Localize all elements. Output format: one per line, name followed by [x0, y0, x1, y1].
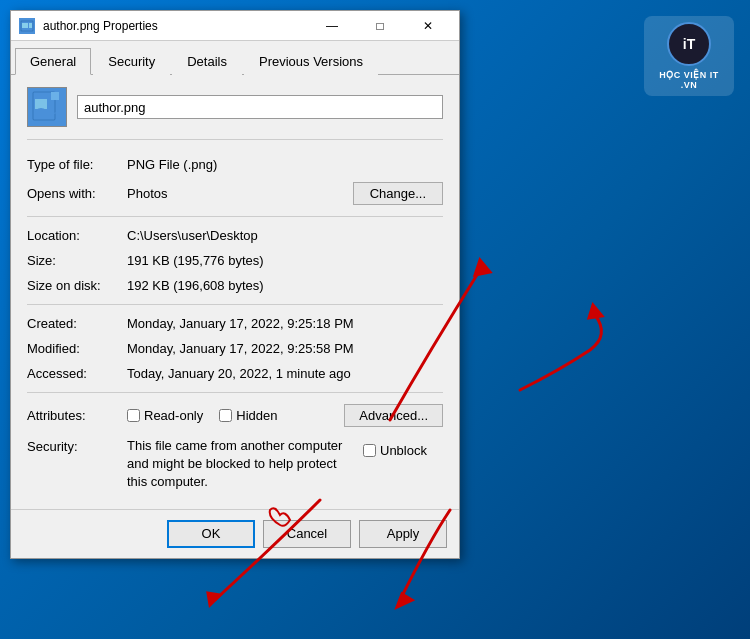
accessed-row: Accessed: Today, January 20, 2022, 1 min… [27, 361, 443, 386]
created-row: Created: Monday, January 17, 2022, 9:25:… [27, 311, 443, 336]
security-text: This file came from another computer and… [127, 437, 353, 492]
readonly-checkbox[interactable] [127, 409, 140, 422]
advanced-button[interactable]: Advanced... [344, 404, 443, 427]
created-value: Monday, January 17, 2022, 9:25:18 PM [127, 316, 443, 331]
attributes-label: Attributes: [27, 408, 127, 423]
dialog-title: author.png Properties [43, 19, 301, 33]
properties-dialog: author.png Properties — □ ✕ General Secu… [10, 10, 460, 559]
button-bar: OK Cancel Apply [11, 509, 459, 558]
location-row: Location: C:\Users\user\Desktop [27, 223, 443, 248]
security-row: Security: This file came from another co… [27, 432, 443, 497]
type-label: Type of file: [27, 157, 127, 172]
location-label: Location: [27, 228, 127, 243]
maximize-button[interactable]: □ [357, 11, 403, 41]
hidden-label: Hidden [236, 408, 277, 423]
svg-rect-4 [35, 99, 47, 109]
title-bar-controls: — □ ✕ [309, 11, 451, 41]
attributes-row: Attributes: Read-only Hidden Advanced... [27, 399, 443, 432]
brand-logo: iT HỌC VIỆN IT .VN [644, 16, 734, 96]
dialog-icon [19, 18, 35, 34]
accessed-value: Today, January 20, 2022, 1 minute ago [127, 366, 443, 381]
size-disk-label: Size on disk: [27, 278, 127, 293]
file-type-icon [27, 87, 67, 127]
tab-bar: General Security Details Previous Versio… [11, 41, 459, 75]
cancel-button[interactable]: Cancel [263, 520, 351, 548]
separator-2 [27, 304, 443, 305]
modified-row: Modified: Monday, January 17, 2022, 9:25… [27, 336, 443, 361]
close-button[interactable]: ✕ [405, 11, 451, 41]
unblock-group: Unblock [363, 441, 443, 458]
apply-button[interactable]: Apply [359, 520, 447, 548]
security-label: Security: [27, 437, 127, 454]
tab-details[interactable]: Details [172, 48, 242, 75]
separator-3 [27, 392, 443, 393]
brand-line1: HỌC VIỆN IT [659, 70, 719, 80]
opens-with-row: Opens with: Photos Change... [27, 177, 443, 210]
modified-label: Modified: [27, 341, 127, 356]
size-disk-row: Size on disk: 192 KB (196,608 bytes) [27, 273, 443, 298]
filename-input[interactable] [77, 95, 443, 119]
svg-rect-2 [29, 23, 32, 28]
hidden-checkbox[interactable] [219, 409, 232, 422]
dialog-content: Type of file: PNG File (.png) Opens with… [11, 75, 459, 509]
type-row: Type of file: PNG File (.png) [27, 152, 443, 177]
brand-icon: iT [667, 22, 711, 66]
unblock-label: Unblock [380, 443, 427, 458]
size-row: Size: 191 KB (195,776 bytes) [27, 248, 443, 273]
readonly-label: Read-only [144, 408, 203, 423]
size-disk-value: 192 KB (196,608 bytes) [127, 278, 443, 293]
svg-rect-1 [22, 23, 28, 28]
svg-rect-6 [51, 92, 59, 100]
title-bar: author.png Properties — □ ✕ [11, 11, 459, 41]
tab-security[interactable]: Security [93, 48, 170, 75]
type-value: PNG File (.png) [127, 157, 443, 172]
size-value: 191 KB (195,776 bytes) [127, 253, 443, 268]
accessed-label: Accessed: [27, 366, 127, 381]
attributes-checkboxes: Read-only Hidden Advanced... [127, 404, 443, 427]
tab-general[interactable]: General [15, 48, 91, 75]
brand-icon-text: iT [683, 36, 695, 52]
created-label: Created: [27, 316, 127, 331]
separator-1 [27, 216, 443, 217]
location-value: C:\Users\user\Desktop [127, 228, 443, 243]
tab-previous-versions[interactable]: Previous Versions [244, 48, 378, 75]
brand-line2: .VN [681, 80, 698, 90]
size-label: Size: [27, 253, 127, 268]
filename-section [27, 87, 443, 140]
minimize-button[interactable]: — [309, 11, 355, 41]
ok-button[interactable]: OK [167, 520, 255, 548]
modified-value: Monday, January 17, 2022, 9:25:58 PM [127, 341, 443, 356]
opens-value: Photos [127, 186, 343, 201]
hidden-checkbox-item: Hidden [219, 408, 277, 423]
change-button[interactable]: Change... [353, 182, 443, 205]
unblock-checkbox[interactable] [363, 444, 376, 457]
readonly-checkbox-item: Read-only [127, 408, 203, 423]
opens-label: Opens with: [27, 186, 127, 201]
